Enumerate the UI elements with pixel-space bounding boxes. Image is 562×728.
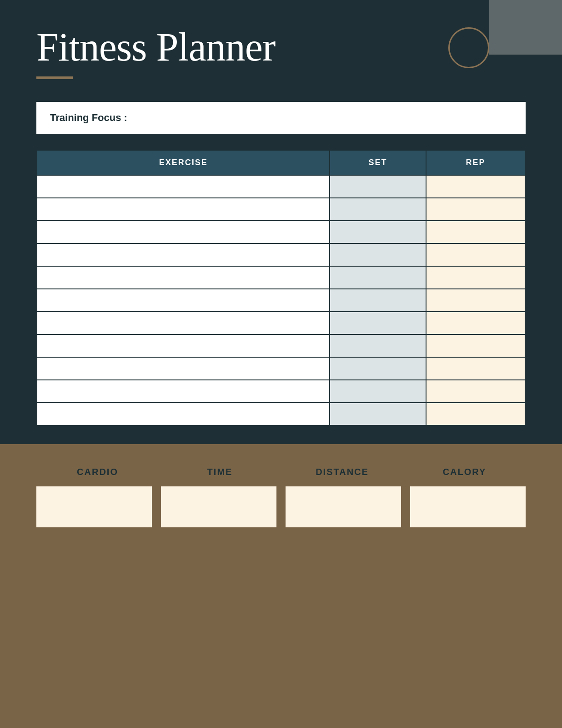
table-row [37, 243, 525, 266]
rep-cell[interactable] [426, 403, 525, 425]
training-focus-label: Training Focus : [50, 112, 127, 123]
set-cell[interactable] [330, 334, 426, 357]
set-cell[interactable] [330, 289, 426, 312]
set-cell[interactable] [330, 221, 426, 243]
table-row [37, 198, 525, 221]
exercise-cell[interactable] [37, 312, 330, 334]
calory-input[interactable] [410, 486, 526, 527]
table-row [37, 403, 525, 425]
set-cell[interactable] [330, 266, 426, 289]
exercise-cell[interactable] [37, 334, 330, 357]
distance-input[interactable] [286, 486, 401, 527]
cardio-header: CARDIO [36, 467, 159, 477]
rep-cell[interactable] [426, 221, 525, 243]
cardio-section: CARDIO TIME DISTANCE CALORY [0, 444, 562, 728]
set-cell[interactable] [330, 357, 426, 380]
rep-cell[interactable] [426, 175, 525, 198]
exercise-header: EXERCISE [37, 150, 330, 175]
time-input[interactable] [161, 486, 276, 527]
exercise-cell[interactable] [37, 403, 330, 425]
table-row [37, 266, 525, 289]
rep-cell[interactable] [426, 357, 525, 380]
set-cell[interactable] [330, 198, 426, 221]
calory-header: CALORY [403, 467, 526, 477]
rep-cell[interactable] [426, 266, 525, 289]
table-row [37, 312, 525, 334]
exercise-cell[interactable] [37, 380, 330, 403]
set-header: SET [330, 150, 426, 175]
table-row [37, 221, 525, 243]
table-row [37, 175, 525, 198]
cardio-input[interactable] [36, 486, 152, 527]
rep-header: REP [426, 150, 525, 175]
exercise-cell[interactable] [37, 357, 330, 380]
decorative-circle [448, 27, 489, 68]
exercise-cell[interactable] [37, 221, 330, 243]
set-cell[interactable] [330, 403, 426, 425]
cardio-headers: CARDIO TIME DISTANCE CALORY [36, 467, 526, 477]
set-cell[interactable] [330, 175, 426, 198]
cardio-data-row [36, 486, 526, 527]
exercise-cell[interactable] [37, 198, 330, 221]
rep-cell[interactable] [426, 380, 525, 403]
title-underline [36, 76, 73, 79]
set-cell[interactable] [330, 380, 426, 403]
distance-header: DISTANCE [281, 467, 403, 477]
exercise-cell[interactable] [37, 266, 330, 289]
table-row [37, 334, 525, 357]
rep-cell[interactable] [426, 334, 525, 357]
rep-cell[interactable] [426, 312, 525, 334]
fitness-planner-page: Fitness Planner Training Focus : EXERCIS… [0, 0, 562, 728]
training-focus-box: Training Focus : [36, 102, 526, 134]
rep-cell[interactable] [426, 198, 525, 221]
table-row [37, 289, 525, 312]
table-row [37, 380, 525, 403]
top-section: Fitness Planner Training Focus : EXERCIS… [0, 0, 562, 444]
exercise-cell[interactable] [37, 175, 330, 198]
rep-cell[interactable] [426, 289, 525, 312]
set-cell[interactable] [330, 312, 426, 334]
exercise-table: EXERCISE SET REP [36, 150, 526, 426]
exercise-cell[interactable] [37, 289, 330, 312]
time-header: TIME [159, 467, 281, 477]
set-cell[interactable] [330, 243, 426, 266]
decorative-rectangle [489, 0, 562, 55]
rep-cell[interactable] [426, 243, 525, 266]
exercise-cell[interactable] [37, 243, 330, 266]
table-row [37, 357, 525, 380]
